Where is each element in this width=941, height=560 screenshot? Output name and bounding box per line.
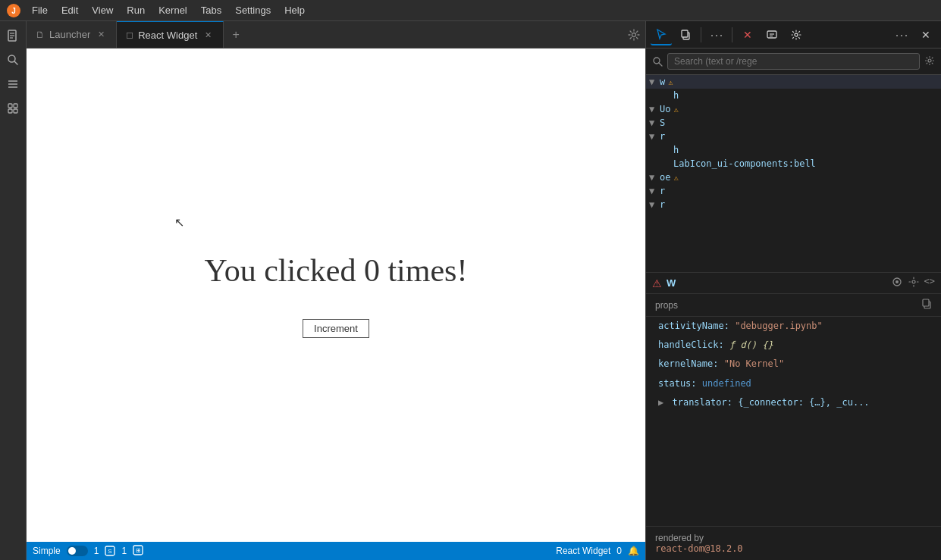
tab-react-widget-close[interactable]: ✕ bbox=[202, 29, 214, 41]
menu-tabs[interactable]: Tabs bbox=[195, 3, 227, 17]
debugger-search-input[interactable] bbox=[667, 53, 920, 70]
tree-item-r1[interactable]: ▼ r bbox=[646, 130, 941, 143]
tree-label-r3: r bbox=[660, 199, 665, 210]
tree-item-w[interactable]: ▼ w ⚠ bbox=[646, 75, 941, 89]
tab-launcher[interactable]: 🗋 Launcher ✕ bbox=[27, 21, 117, 48]
debugger-cursor-btn[interactable] bbox=[651, 24, 672, 45]
debugger-separator-2 bbox=[732, 27, 732, 42]
status-click-count: 0 bbox=[616, 546, 622, 556]
node-gear-btn[interactable] bbox=[908, 276, 920, 290]
status-bar-right: React Widget 0 🔔 bbox=[556, 546, 639, 556]
tab-add-button[interactable]: + bbox=[225, 24, 246, 45]
svg-line-7 bbox=[14, 61, 17, 64]
status-bar: Simple 1 S 1 ⊞ React Widget 0 🔔 bbox=[27, 542, 645, 560]
menu-file[interactable]: File bbox=[26, 3, 54, 17]
debugger-overflow-btn[interactable]: ⋯ bbox=[891, 24, 912, 45]
sidebar-icon-extensions[interactable] bbox=[2, 97, 24, 120]
tab-launcher-close[interactable]: ✕ bbox=[95, 29, 107, 41]
tree-arrow-h1 bbox=[663, 90, 673, 101]
increment-button[interactable]: Increment bbox=[303, 319, 369, 338]
tree-item-h2[interactable]: h bbox=[646, 143, 941, 157]
tree-item-oe[interactable]: ▼ oe ⚠ bbox=[646, 171, 941, 184]
props-area: activityName: "debugger.ipynb" handleCli… bbox=[646, 317, 941, 526]
svg-point-28 bbox=[928, 59, 931, 62]
status-terminal-icon: ⊞ bbox=[133, 545, 143, 558]
status-icon-s: S bbox=[105, 546, 115, 556]
node-warn-icon: ⚠ bbox=[652, 277, 662, 289]
tab-launcher-icon: 🗋 bbox=[36, 30, 45, 40]
tab-react-widget-icon: ◻ bbox=[126, 30, 133, 40]
tree-arrow-w: ▼ bbox=[649, 77, 660, 87]
svg-rect-12 bbox=[14, 104, 17, 108]
prop-kernel-name: kernelName: "No Kernel" bbox=[646, 355, 941, 374]
menu-run[interactable]: Run bbox=[121, 3, 151, 17]
tree-label-s: S bbox=[660, 117, 665, 128]
prop-translator-expand[interactable]: ▶ bbox=[658, 397, 663, 408]
tree-label-labicon: LabIcon_ui-components:bell bbox=[673, 158, 816, 169]
menu-help[interactable]: Help bbox=[278, 3, 311, 17]
rendered-by: rendered by react-dom@18.2.0 bbox=[646, 526, 941, 560]
tree-item-r2[interactable]: ▼ r bbox=[646, 184, 941, 198]
tree-item-h1[interactable]: h bbox=[646, 89, 941, 102]
tree-item-s[interactable]: ▼ S bbox=[646, 116, 941, 130]
debugger-panel-close-btn[interactable]: ✕ bbox=[915, 24, 936, 45]
tab-launcher-label: Launcher bbox=[49, 29, 90, 40]
menu-edit[interactable]: Edit bbox=[55, 3, 84, 17]
node-source-btn[interactable]: <> bbox=[924, 276, 935, 290]
tree-item-uo[interactable]: ▼ Uo ⚠ bbox=[646, 102, 941, 116]
svg-rect-21 bbox=[682, 30, 688, 37]
status-mode: Simple bbox=[33, 546, 61, 556]
debugger-message-btn[interactable] bbox=[761, 24, 783, 45]
toggle-track[interactable] bbox=[67, 546, 88, 556]
debugger-close-btn[interactable]: ✕ bbox=[737, 24, 758, 45]
menu-kernel[interactable]: Kernel bbox=[152, 3, 193, 17]
tree-arrow-r1: ▼ bbox=[649, 131, 660, 142]
prop-translator[interactable]: ▶ translator: {_connector: {…}, _cu... bbox=[646, 393, 941, 412]
sidebar-icon-files[interactable] bbox=[2, 24, 24, 47]
rendered-by-value: react-dom@18.2.0 bbox=[655, 543, 743, 554]
cursor-indicator: ↖ bbox=[174, 215, 184, 230]
debugger-copy-btn[interactable] bbox=[675, 24, 696, 45]
menu-settings[interactable]: Settings bbox=[229, 3, 277, 17]
props-header: props bbox=[646, 293, 941, 317]
status-bell-icon: 🔔 bbox=[628, 546, 639, 556]
tab-settings-gear[interactable] bbox=[623, 23, 645, 46]
tree-arrow-oe: ▼ bbox=[649, 172, 660, 183]
menu-bar: J File Edit View Run Kernel Tabs Setting… bbox=[0, 0, 941, 21]
node-inspect-btn[interactable] bbox=[891, 276, 903, 290]
svg-rect-14 bbox=[14, 109, 17, 113]
debugger-separator-1 bbox=[701, 27, 701, 42]
sidebar-icon-list[interactable] bbox=[2, 73, 24, 95]
tree-item-labicon[interactable]: LabIcon_ui-components:bell bbox=[646, 157, 941, 171]
tree-label-oe: oe bbox=[660, 172, 670, 183]
tree-arrow-uo: ▼ bbox=[649, 104, 660, 114]
debugger-panel: ⋯ ✕ ⋯ ✕ ▼ bbox=[645, 21, 941, 560]
menu-view[interactable]: View bbox=[86, 3, 119, 17]
debugger-settings-btn[interactable] bbox=[786, 24, 807, 45]
tab-bar: 🗋 Launcher ✕ ◻ React Widget ✕ + bbox=[27, 21, 645, 48]
tree-label-h1: h bbox=[673, 90, 679, 101]
status-toggle[interactable] bbox=[67, 546, 88, 556]
svg-text:J: J bbox=[11, 7, 16, 15]
app-logo: J bbox=[6, 3, 21, 18]
node-label: W bbox=[667, 277, 676, 289]
rendered-by-label: rendered by bbox=[655, 533, 704, 543]
tree-warn-oe: ⚠ bbox=[673, 174, 678, 182]
sidebar-icon-search[interactable] bbox=[2, 48, 24, 71]
debugger-search-gear[interactable] bbox=[924, 55, 935, 68]
node-actions: <> bbox=[891, 276, 935, 290]
tree-arrow-s: ▼ bbox=[649, 117, 660, 128]
sidebar bbox=[0, 21, 27, 560]
prop-activity-name: activityName: "debugger.ipynb" bbox=[646, 317, 941, 336]
tree-item-r3[interactable]: ▼ r bbox=[646, 198, 941, 211]
debugger-tree[interactable]: ▼ w ⚠ h ▼ Uo ⚠ ▼ S ▼ r bbox=[646, 75, 941, 272]
status-number: 1 bbox=[121, 546, 127, 556]
svg-rect-33 bbox=[923, 299, 929, 306]
svg-text:⊞: ⊞ bbox=[136, 547, 141, 554]
debugger-more-btn[interactable]: ⋯ bbox=[706, 24, 727, 45]
tree-arrow-h2 bbox=[663, 145, 673, 155]
props-copy-icon[interactable] bbox=[921, 299, 932, 311]
tree-arrow-labicon bbox=[663, 158, 673, 169]
tab-react-widget[interactable]: ◻ React Widget ✕ bbox=[117, 21, 224, 48]
toggle-thumb bbox=[68, 547, 76, 555]
